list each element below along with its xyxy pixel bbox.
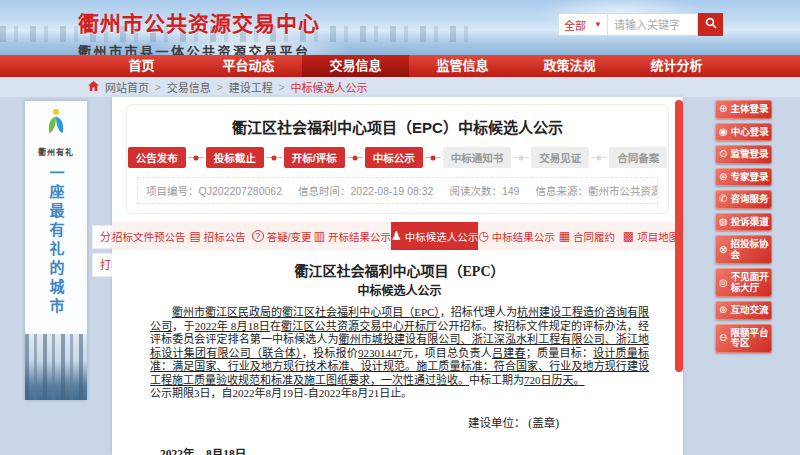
- search-icon: [705, 17, 717, 32]
- tab-label: 合同履约: [573, 229, 615, 244]
- nav-item-platform-news[interactable]: 平台动态: [195, 55, 302, 77]
- construction-unit-seal-line: 建设单位： (盖章): [150, 414, 649, 430]
- project-header-panel: 衢江区社会福利中心项目（EPC）中标候选人公示 公告发布 投标截止 开标/评标 …: [126, 104, 669, 214]
- step-bid-opening: 开标/评标: [284, 147, 345, 168]
- announcement-article: 衢江区社会福利中心项目（EPC） 中标候选人公示 衢州市衢江区民政局的衢江区社会…: [112, 250, 683, 455]
- left-promo-banner[interactable]: 衢州有礼 一座最有礼的城市: [25, 101, 87, 400]
- chevron-down-icon: ▼: [594, 20, 602, 29]
- home-icon: [88, 81, 99, 93]
- sidebar-item-subject-login[interactable]: ⊕ 主体登录: [715, 100, 772, 119]
- search-category-select[interactable]: 全部 ▼: [558, 13, 608, 36]
- sidebar-item-center-login[interactable]: ◉ 中心登录: [715, 123, 772, 142]
- tab-contract-performance[interactable]: ▦ 合同履约: [555, 222, 619, 250]
- expert-login-icon: ⊛: [719, 172, 727, 182]
- tab-bid-announcement[interactable]: ▤ 招标公告: [186, 222, 250, 250]
- sidebar-label: 限额平台专区: [730, 328, 770, 349]
- question-icon: ?: [252, 230, 264, 242]
- nav-item-home[interactable]: 首页: [88, 55, 195, 77]
- sidebar-label: 互动交流: [730, 305, 768, 316]
- search-input[interactable]: [608, 13, 698, 36]
- publicity-period-line: 公示期限3日，自2022年8月19日-自2022年8月21日止。: [150, 387, 649, 401]
- nav-item-trade-info[interactable]: 交易信息: [302, 55, 409, 77]
- step-connector: [513, 157, 529, 158]
- complaint-channel-icon: ◍: [719, 217, 728, 227]
- breadcrumb-separator: >: [279, 82, 285, 93]
- board-icon: ▥: [314, 230, 325, 242]
- tab-project-map[interactable]: ▩ 项目地图: [619, 222, 683, 250]
- sidebar-label: 中心登录: [731, 127, 769, 138]
- supervise-login-icon: ⊙: [719, 149, 727, 159]
- nav-item-statistics[interactable]: 统计分析: [623, 55, 730, 77]
- step-winner-publicity: 中标公示: [365, 147, 423, 168]
- map-icon: ▩: [623, 230, 634, 242]
- person-icon: ♟: [391, 230, 402, 242]
- subject-login-icon: ⊕: [719, 104, 727, 114]
- search-button[interactable]: [698, 13, 723, 36]
- tab-label: 开标结果公示: [328, 229, 391, 244]
- search-bar: 全部 ▼: [558, 13, 723, 36]
- remote-bid-hall-icon: ◎: [719, 278, 728, 288]
- sidebar-label: 主体登录: [730, 104, 768, 115]
- article-date: 2022年 8月18日: [150, 445, 649, 455]
- sidebar-item-bidding-association[interactable]: ⊗ 招投标协会: [715, 235, 772, 264]
- sidebar-item-quota-platform[interactable]: ⊖ 限额平台专区: [715, 324, 772, 353]
- tab-label: 招标公告: [204, 229, 246, 244]
- meta-read-count: 阅读次数：149: [449, 183, 519, 198]
- step-connector: [425, 157, 441, 158]
- sidebar-label: 投诉渠道: [731, 217, 769, 228]
- bidding-association-icon: ⊗: [719, 245, 727, 255]
- center-login-icon: ◉: [719, 127, 728, 137]
- step-contract-filing: 合同备案: [609, 147, 667, 168]
- sidebar-label: 招投标协会: [730, 239, 770, 260]
- site-identity: 衢州市公共资源交易中心 衢州市市县一体公共资源交易平台: [78, 7, 320, 60]
- article-body: 衢州市衢江区民政局的衢江区社会福利中心项目（EPC），招标代理人为杭州建设工程造…: [150, 306, 649, 387]
- breadcrumb-construction[interactable]: 建设工程: [229, 79, 273, 95]
- clock-icon: ◷: [478, 230, 488, 242]
- sidebar-item-supervise-login[interactable]: ⊙ 监管登录: [715, 145, 772, 164]
- tab-award-results[interactable]: ◷ 中标结果公示: [478, 222, 554, 250]
- sidebar-item-remote-bid-hall[interactable]: ◎ 不见面开标大厅: [715, 268, 772, 297]
- right-sidebar: ⊕ 主体登录 ◉ 中心登录 ⊙ 监管登录 ⊛ 专家登录 ✆ 咨询服务 ◍ 投诉渠…: [715, 100, 772, 353]
- sidebar-item-complaint-channel[interactable]: ◍ 投诉渠道: [715, 213, 772, 232]
- step-announcement: 公告发布: [128, 147, 186, 168]
- sidebar-label: 咨询服务: [730, 194, 768, 205]
- nav-item-supervision-info[interactable]: 监管信息: [409, 55, 516, 77]
- step-award-notice: 中标通知书: [443, 147, 512, 168]
- step-connector: [266, 157, 282, 158]
- book-icon: ▤: [189, 230, 200, 242]
- promo-slogan: 一座最有礼的城市: [46, 165, 67, 334]
- sidebar-item-expert-login[interactable]: ⊛ 专家登录: [715, 168, 772, 187]
- article-title: 衢江区社会福利中心项目（EPC）: [150, 260, 649, 280]
- sidebar-item-interaction[interactable]: ⊚ 互动交流: [715, 301, 772, 320]
- nav-item-policies[interactable]: 政策法规: [516, 55, 623, 77]
- tab-label: 答疑/变更: [267, 229, 312, 244]
- meta-info-time: 信息时间：2022-08-19 08:32: [298, 183, 433, 198]
- content-scrollbar[interactable]: [675, 100, 683, 372]
- quota-platform-icon: ⊖: [719, 333, 727, 343]
- breadcrumb-separator: >: [217, 82, 223, 93]
- tab-label: 招标文件预公告: [112, 229, 186, 244]
- top-banner: 衢州市公共资源交易中心 衢州市市县一体公共资源交易平台 全部 ▼: [0, 0, 800, 55]
- breadcrumb-home[interactable]: 网站首页: [105, 79, 149, 95]
- step-trade-witness: 交易见证: [531, 147, 589, 168]
- tab-label: 中标结果公示: [492, 229, 555, 244]
- contract-icon: ▦: [559, 230, 570, 242]
- step-bid-deadline: 投标截止: [206, 147, 264, 168]
- breadcrumb-trade-info[interactable]: 交易信息: [167, 79, 211, 95]
- tab-prebid-document[interactable]: 招标文件预公告: [112, 222, 186, 250]
- site-title: 衢州市公共资源交易中心: [78, 7, 320, 37]
- tab-winner-candidates[interactable]: ♟ 中标候选人公示: [391, 222, 478, 250]
- breadcrumb-separator: >: [155, 82, 161, 93]
- sidebar-item-consult-service[interactable]: ✆ 咨询服务: [715, 190, 772, 209]
- main-content-card: 衢江区社会福利中心项目（EPC）中标候选人公示 公告发布 投标截止 开标/评标 …: [112, 97, 683, 455]
- promo-logo-text: 衢州有礼: [38, 146, 74, 157]
- tab-opening-results[interactable]: ▥ 开标结果公示: [314, 222, 391, 250]
- sidebar-label: 监管登录: [730, 149, 768, 160]
- project-meta-row: 项目编号：QJ202207280062 信息时间：2022-08-19 08:3…: [137, 177, 658, 204]
- interaction-icon: ⊚: [719, 305, 727, 315]
- main-nav: 首页 平台动态 交易信息 监管信息 政策法规 统计分析: [0, 55, 800, 77]
- tab-qa-changes[interactable]: ? 答疑/变更: [250, 222, 314, 250]
- stage-tabs: 招标文件预公告 ▤ 招标公告 ? 答疑/变更 ▥ 开标结果公示 ♟ 中标候选人公…: [112, 222, 683, 250]
- breadcrumb: 网站首页 > 交易信息 > 建设工程 > 中标候选人公示: [0, 77, 800, 97]
- breadcrumb-current: 中标候选人公示: [291, 79, 368, 95]
